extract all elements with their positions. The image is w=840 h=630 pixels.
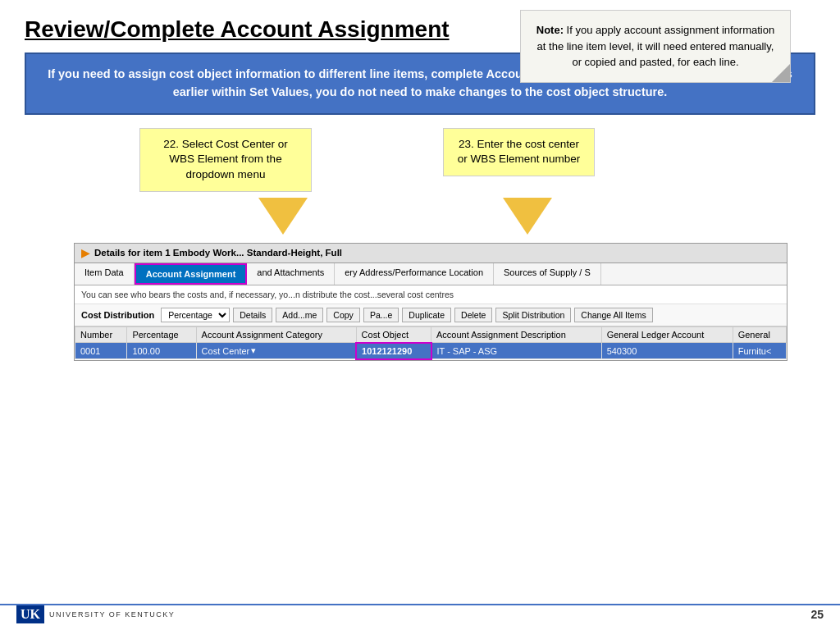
sap-info-text: You can see who bears the costs and, if … [75, 285, 787, 304]
table-row: 0001 100.00 Cost Center ▾ 1012121290 IT … [75, 343, 787, 359]
callout-left-text: 22. Select Cost Center or WBS Element fr… [163, 138, 288, 181]
change-all-items-button[interactable]: Change All Items [574, 308, 652, 322]
row-gl-account: 540300 [601, 343, 733, 359]
duplicate-button[interactable]: Duplicate [402, 308, 451, 322]
col-number: Number [75, 326, 127, 343]
col-gl-account: General Ledger Account [601, 326, 733, 343]
arrow-left-icon [258, 198, 308, 235]
row-category[interactable]: Cost Center ▾ [196, 343, 356, 359]
callout-right: 23. Enter the cost center or WBS Element… [443, 128, 595, 177]
uk-logo: UK UNIVERSITY OF KENTUCKY [16, 605, 175, 623]
col-description: Account Assignment Description [431, 326, 602, 343]
details-button[interactable]: Details [233, 308, 272, 322]
row-percentage: 100.00 [127, 343, 196, 359]
row-description: IT - SAP - ASG [431, 343, 602, 359]
tab-account-assignment[interactable]: Account Assignment [135, 263, 248, 285]
add-button[interactable]: Add...me [276, 308, 323, 322]
university-name: UNIVERSITY OF KENTUCKY [49, 610, 175, 619]
row-cost-object[interactable]: 1012121290 [356, 343, 431, 359]
paste-button[interactable]: Pa...e [363, 308, 399, 322]
sap-mockup: ▶ Details for item 1 Embody Work... Stan… [74, 243, 788, 361]
col-general: General [733, 326, 786, 343]
slide: Review/Complete Account Assignment If yo… [0, 0, 840, 630]
row-number: 0001 [75, 343, 127, 359]
split-distribution-button[interactable]: Split Distribution [495, 308, 571, 322]
col-percentage: Percentage [127, 326, 196, 343]
distribution-type-select[interactable]: Percentage Value [161, 308, 230, 322]
uk-box: UK [16, 605, 44, 623]
dropdown-icon: ▾ [251, 345, 256, 356]
sap-tabs: Item Data Account Assignment and Attachm… [75, 263, 787, 285]
sap-header-text: Details for item 1 Embody Work... Standa… [94, 248, 342, 258]
cost-distribution-label: Cost Distribution [81, 310, 154, 320]
note-box: Note: If you apply account assignment in… [520, 10, 791, 83]
sap-header: ▶ Details for item 1 Embody Work... Stan… [75, 244, 787, 263]
note-bold: Note: [536, 24, 564, 36]
delete-button[interactable]: Delete [454, 308, 492, 322]
callout-left: 22. Select Cost Center or WBS Element fr… [139, 128, 312, 193]
slide-number: 25 [810, 608, 824, 621]
tab-sources-supply[interactable]: Sources of Supply / S [494, 263, 601, 285]
row-general: Furnitu< [733, 343, 786, 359]
sap-toolbar: Cost Distribution Percentage Value Detai… [75, 304, 787, 326]
col-category: Account Assignment Category [196, 326, 356, 343]
arrow-right-icon [503, 198, 552, 235]
tab-item-data[interactable]: Item Data [75, 263, 135, 285]
tab-delivery-address[interactable]: ery Address/Performance Location [335, 263, 494, 285]
tab-attachments[interactable]: and Attachments [247, 263, 335, 285]
footer: UK UNIVERSITY OF KENTUCKY 25 [0, 604, 840, 623]
note-text: If you apply account assignment informat… [537, 24, 775, 68]
cost-distribution-table: Number Percentage Account Assignment Cat… [75, 326, 787, 360]
copy-button[interactable]: Copy [326, 308, 360, 322]
sap-expand-icon[interactable]: ▶ [81, 247, 89, 259]
callout-right-text: 23. Enter the cost center or WBS Element… [458, 138, 580, 166]
col-cost-object: Cost Object [356, 326, 431, 343]
